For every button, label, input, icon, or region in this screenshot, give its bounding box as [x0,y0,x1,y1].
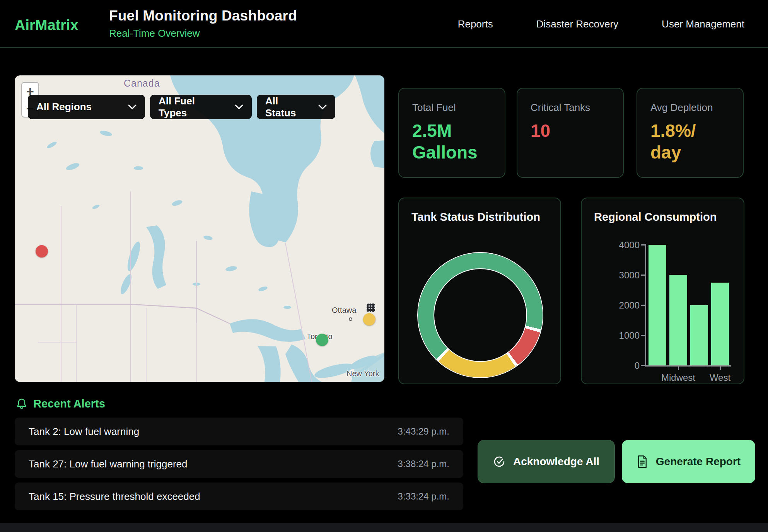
page-subtitle: Real-Time Overview [109,27,297,39]
stat-value-critical-tanks: 10 [531,120,610,142]
stat-card-total-fuel: Total Fuel 2.5M Gallons [398,88,505,178]
title-block: Fuel Monitoring Dashboard Real-Time Over… [109,8,297,39]
alert-row: Tank 2: Low fuel warning 3:43:29 p.m. [15,418,463,445]
tank-status-distribution-card: Tank Status Distribution [398,198,561,384]
x-tick-mark [678,367,679,370]
tank-status-chart-title: Tank Status Distribution [411,211,560,223]
stat-card-avg-depletion: Avg Depletion 1.8%/ day [637,88,744,178]
chevron-down-icon [235,104,243,109]
region-filter-select[interactable]: All Regions [28,95,145,119]
brand-logo: AirMatrix [15,17,79,34]
y-tick-label: 4000 [582,240,640,251]
ottawa-city-dot [349,317,352,321]
map-canvas[interactable]: Canada Ottawa Toronto New York + − All R… [15,75,384,382]
stat-label: Avg Depletion [650,102,730,114]
stat-value-total-fuel: 2.5M Gallons [412,120,492,163]
check-circle-icon [493,455,505,468]
status-filter-value: All Status [265,95,308,119]
y-tick-label: 3000 [582,270,640,281]
nav-item-user-management[interactable]: User Management [662,18,744,30]
nav-item-disaster-recovery[interactable]: Disaster Recovery [536,18,618,30]
y-tick-mark [641,335,645,336]
fuel-type-filter-select[interactable]: All Fuel Types [150,95,252,119]
map-marker-warning[interactable] [363,313,375,326]
main-nav: Reports Disaster Recovery User Managemen… [458,0,744,48]
x-tick-label: Midwest [655,372,701,383]
generate-report-label: Generate Report [656,455,741,468]
x-tick-mark [720,367,721,370]
chevron-down-icon [318,104,327,109]
y-axis-line [645,244,646,366]
bar [711,283,729,366]
regional-consumption-bar-chart: 01000200030004000MidwestWest [582,198,744,384]
alert-text: Tank 2: Low fuel warning [29,426,139,438]
y-tick-mark [641,275,645,276]
bell-icon [16,398,27,410]
stat-value-avg-depletion: 1.8%/ day [650,120,730,163]
alerts-header: Recent Alerts [16,397,105,410]
map-city-label-ottawa: Ottawa [332,306,356,315]
header: AirMatrix Fuel Monitoring Dashboard Real… [0,0,768,48]
alert-timestamp: 3:38:24 p.m. [398,459,449,469]
nav-item-reports[interactable]: Reports [458,18,493,30]
bar [649,245,666,365]
bar [690,305,708,365]
bar [669,275,687,365]
document-icon [637,455,648,468]
stat-label: Critical Tanks [531,102,610,114]
alert-row: Tank 15: Pressure threshold exceeded 3:3… [15,483,463,510]
alert-text: Tank 27: Low fuel warning triggered [29,458,187,470]
map-country-label: Canada [124,78,160,89]
alerts-title: Recent Alerts [33,397,105,410]
fuel-monitoring-dashboard: AirMatrix Fuel Monitoring Dashboard Real… [0,0,768,532]
alert-timestamp: 3:33:24 p.m. [398,491,449,502]
y-tick-mark [641,365,645,366]
region-filter-value: All Regions [36,101,92,113]
regional-consumption-card: Regional Consumption 01000200030004000Mi… [581,198,744,384]
y-tick-label: 2000 [582,300,640,311]
map-city-label-new-york: New York [346,369,379,378]
donut-hole [434,269,526,361]
fuel-type-filter-value: All Fuel Types [159,95,225,119]
page-title: Fuel Monitoring Dashboard [109,8,297,24]
acknowledge-all-button[interactable]: Acknowledge All [478,440,615,483]
footer-strip [0,523,768,532]
y-tick-mark [641,305,645,306]
x-tick-label: West [697,372,743,383]
tank-status-donut-chart [418,253,543,377]
alert-row: Tank 27: Low fuel warning triggered 3:38… [15,450,463,478]
stat-card-critical-tanks: Critical Tanks 10 [517,88,624,178]
y-tick-label: 0 [582,360,640,371]
y-tick-label: 1000 [582,330,640,341]
map-resize-grip-icon[interactable] [367,304,375,312]
y-tick-mark [641,244,645,246]
status-filter-select[interactable]: All Status [257,95,335,119]
x-axis-line [645,365,731,367]
alert-timestamp: 3:43:29 p.m. [398,426,449,437]
map-marker-critical[interactable] [36,245,48,257]
acknowledge-all-label: Acknowledge All [513,455,599,468]
alert-text: Tank 15: Pressure threshold exceeded [29,491,200,503]
map-marker-normal[interactable] [316,334,328,346]
chevron-down-icon [128,104,137,109]
generate-report-button[interactable]: Generate Report [622,440,755,483]
stat-label: Total Fuel [412,102,492,114]
map-filter-row: All Regions All Fuel Types All Status [28,95,335,119]
